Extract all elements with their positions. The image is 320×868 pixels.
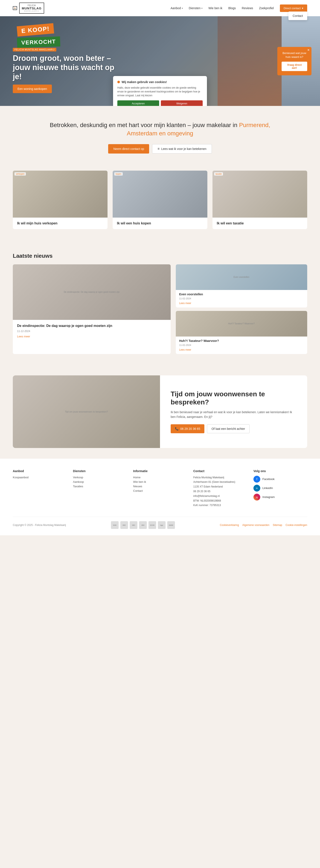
social-instagram[interactable]: ig Instagram: [253, 494, 307, 500]
footer-email[interactable]: info@feliciamuntslag.nl: [193, 494, 247, 498]
social-linkedin[interactable]: in LinkedIn: [253, 485, 307, 492]
footer-diensten-list: Verkoop Aankoop Taxaties: [73, 476, 127, 488]
contact-button[interactable]: Neem direct contact op: [108, 144, 149, 154]
footer-city: 1135 XT Edam Nederland: [193, 485, 247, 489]
footer-informatie-contact[interactable]: Contact: [133, 489, 187, 492]
service-title: Ik wil een taxatie: [217, 221, 303, 225]
hero-content: FELICIA MUNTSLAG MAKELAARIJ Droom groot,…: [13, 48, 115, 93]
cta-box: Tijd om jouw woonwensen to bespreken? Ti…: [13, 375, 307, 448]
footer-phone[interactable]: 06 29 20 36 65: [193, 490, 247, 493]
footer-informatie-nieuws[interactable]: Nieuws: [133, 485, 187, 488]
nav-blogs[interactable]: Blogs: [228, 6, 236, 10]
footer-informatie-list: Home Wie ben ik Nieuws Contact: [133, 476, 187, 492]
footer-diensten-title: Diensten: [73, 469, 127, 473]
service-img-label: verkopen: [14, 172, 26, 176]
nav-wie-ben-ik[interactable]: Wie ben ik: [208, 6, 222, 10]
chevron-down-icon: ▾: [302, 7, 304, 10]
about-button[interactable]: ≡ Lees wat ik voor je kan betekenen: [152, 144, 212, 154]
contact-dropdown[interactable]: Contact: [288, 11, 307, 20]
footer-logos: NVM VBO VBO VEH SCVM logo NWWI: [111, 521, 175, 529]
hero-cta-button[interactable]: Een woning aankopen: [13, 85, 52, 93]
cookie-reject-button[interactable]: Weigeren: [161, 100, 203, 106]
news-main-image: De eindinspectie: De dag waarop je ogen …: [13, 265, 171, 320]
footer-logo-1: NVM: [111, 521, 119, 529]
widget-close-icon[interactable]: ✕: [307, 48, 310, 52]
footer-company-name: Felicia Muntslag Makelaarij: [193, 476, 247, 479]
news-grid: De eindinspectie: De dag waarop je ogen …: [13, 265, 307, 354]
news-small-read-more-0[interactable]: Lees meer: [179, 302, 191, 305]
cookie-icon: [117, 81, 120, 83]
footer-logo-6: logo: [158, 521, 166, 529]
footer-informatie-home[interactable]: Home: [133, 476, 187, 479]
footer-grid: Aanbod Koopaanbod Diensten Verkoop Aanko…: [13, 469, 307, 508]
footer-copyright: Copyright © 2025 - Felicia Muntslag Make…: [13, 524, 66, 527]
cookie-title: Wij maken gebruik van cookies!: [121, 80, 167, 84]
cookie-accept-button[interactable]: Accepteren: [117, 100, 159, 106]
hero-badge: FELICIA MUNTSLAG MAKELAARIJ: [13, 48, 56, 52]
service-title: Ik wil mijn huis verkopen: [17, 221, 103, 225]
footer-col-informatie: Informatie Home Wie ben ik Nieuws Contac…: [133, 469, 187, 508]
footer-diensten-aankoop[interactable]: Aankoop: [73, 480, 127, 484]
services-section: verkopen Ik wil mijn huis verkopen kopen…: [0, 164, 320, 242]
footer-contact-title: Contact: [193, 469, 247, 473]
service-card-kopen[interactable]: kopen Ik wil een huis kopen: [113, 170, 207, 229]
social-facebook[interactable]: f Facebook: [253, 476, 307, 483]
cookie-buttons: Accepteren Weigeren: [117, 100, 203, 106]
widget-text: Benieuwd wat jouw huis waard is?: [282, 51, 307, 59]
news-card-small-1[interactable]: Huh?! Taxateur? Waarvoor? Huh?! Taxateur…: [176, 311, 307, 354]
nav-diensten[interactable]: Diensten ▾: [189, 6, 203, 10]
news-small-read-more-1[interactable]: Lees meer: [179, 348, 191, 351]
footer-diensten-taxaties[interactable]: Taxaties: [73, 485, 127, 488]
service-card-taxatie[interactable]: taxatie Ik wil een taxatie: [212, 170, 307, 229]
house-value-widget: ✕ Benieuwd wat jouw huis waard is? Vraag…: [277, 47, 312, 75]
news-small-image-1: Huh?! Taxateur? Waarvoor?: [176, 311, 307, 337]
footer-informatie-wie-ben-ik[interactable]: Wie ben ik: [133, 480, 187, 484]
cookie-text: Hallo, deze website gebruikt essentiële …: [117, 86, 203, 97]
news-small-date-1: 11-02-2024: [179, 344, 304, 346]
direct-contact-button[interactable]: Direct contact ▾: [280, 4, 307, 12]
footer-link-terms[interactable]: Algemene voorwaarden: [242, 524, 270, 527]
chevron-down-icon: ▾: [182, 7, 183, 9]
footer-diensten-verkoop[interactable]: Verkoop: [73, 476, 127, 479]
hero-person-image: [218, 16, 286, 106]
news-card-main[interactable]: De eindinspectie: De dag waarop je ogen …: [13, 265, 171, 354]
news-section: Laatste nieuws De eindinspectie: De dag …: [0, 242, 320, 365]
news-main-body: De eindinspectie: De dag waarop je ogen …: [13, 320, 171, 342]
cta-content: Tijd om jouw woonwensen te bespreken? Ik…: [160, 375, 307, 448]
nav-zoekprofiel[interactable]: Zoekprofiel: [259, 6, 274, 10]
footer-aanbod-list: Koopaanbod: [13, 476, 67, 479]
nav-aanbod[interactable]: Aanbod ▾: [171, 6, 183, 10]
phone-icon: 📞: [175, 427, 179, 431]
cookie-banner: Wij maken gebruik van cookies! Hallo, de…: [113, 76, 207, 106]
news-card-small-0[interactable]: Even voorstellen Even voorstellen 11-02-…: [176, 265, 307, 308]
te-koop-sign: E KOOP!: [16, 23, 54, 37]
footer-logo-3: VBO: [130, 521, 137, 529]
logo-name: MUNTSLAG: [22, 7, 42, 10]
logo-area: 🏠 FELICIA MUNTSLAG MAKELAARIJ: [13, 3, 44, 14]
service-card-verkopen[interactable]: verkopen Ik wil mijn huis verkopen: [13, 170, 108, 229]
widget-cta-button[interactable]: Vraag direct aan!: [282, 62, 307, 71]
service-card-body: Ik wil mijn huis verkopen: [13, 218, 108, 229]
footer-col-contact: Contact Felicia Muntslag Makelaarij Acht…: [193, 469, 247, 508]
logo-sub: MAKELAARIJ: [22, 10, 42, 12]
footer-col-social: Volg ons f Facebook in LinkedIn ig Insta…: [253, 469, 307, 508]
cta-phone-button[interactable]: 📞 06 29 20 36 65: [171, 424, 204, 433]
footer-link-cookie-settings[interactable]: Cookie-instellingen: [286, 524, 307, 527]
cta-title: Tijd om jouw woonwensen te bespreken?: [171, 390, 296, 406]
news-small-title-0: Even voorstellen: [179, 292, 304, 296]
footer-link-cookie[interactable]: Cookieverklaring: [220, 524, 239, 527]
news-small-body-1: Huh?! Taxateur? Waarvoor? 11-02-2024 Lee…: [176, 337, 307, 354]
hero-section: E KOOP! VERKOCHT FELICIA MUNTSLAG MAKELA…: [0, 16, 320, 106]
logo[interactable]: FELICIA MUNTSLAG MAKELAARIJ: [19, 3, 44, 14]
header: 🏠 FELICIA MUNTSLAG MAKELAARIJ Aanbod ▾ D…: [0, 0, 320, 16]
nav-reviews[interactable]: Reviews: [242, 6, 253, 10]
hero-title: Droom groot, woon beter – jouw nieuwe th…: [13, 54, 115, 81]
news-main-read-more[interactable]: Lees meer: [17, 335, 30, 338]
footer-logo-4: VEH: [139, 521, 147, 529]
footer-link-sitemap[interactable]: Sitemap: [273, 524, 282, 527]
cta-message-button[interactable]: Of laat een bericht achter: [207, 424, 249, 433]
service-card-body: Ik wil een taxatie: [212, 218, 307, 229]
footer-aanbod-koopaanbod[interactable]: Koopaanbod: [13, 476, 67, 479]
facebook-icon: f: [253, 476, 260, 483]
news-small-body-0: Even voorstellen 11-02-2024 Lees meer: [176, 290, 307, 308]
